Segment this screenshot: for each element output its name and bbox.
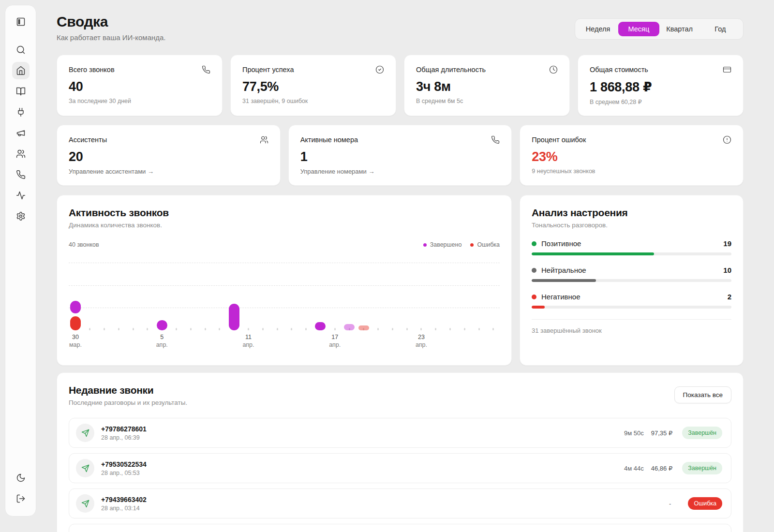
stat-sub: 31 завершён, 9 ошибок	[242, 98, 384, 104]
status-badge: Завершён	[682, 427, 722, 439]
card-title: Активные номера	[300, 136, 358, 144]
day-tick	[291, 328, 292, 330]
card-title: Процент успеха	[242, 66, 294, 74]
chart-bar	[157, 320, 167, 330]
day-tick	[305, 328, 307, 330]
day-tick	[176, 328, 177, 330]
card-title: Общая длительность	[416, 66, 486, 74]
sidebar-toggle-button[interactable]	[12, 13, 30, 30]
manage-numbers-link[interactable]: Управление номерами →	[300, 168, 500, 175]
sidebar-nav	[12, 41, 30, 225]
sentiment-footer: 31 завершённый звонок	[532, 327, 731, 334]
sidebar-item-calls[interactable]	[12, 166, 30, 183]
progress-fill	[532, 279, 596, 282]
y-axis-top-label: 40 звонков	[69, 241, 99, 248]
positive-dot-icon	[532, 241, 536, 246]
stat-card-total-duration: Общая длительность 3ч 8м В среднем 6м 5с	[404, 55, 570, 116]
chart-bar	[358, 325, 369, 330]
sidebar-item-search[interactable]	[12, 41, 30, 59]
progress-track	[532, 279, 731, 282]
call-datetime: 28 апр., 06:39	[101, 434, 147, 441]
divider	[532, 319, 731, 320]
sentiment-row-positive: Позитивное 19	[532, 239, 731, 255]
day-tick	[205, 328, 206, 330]
send-icon	[76, 494, 94, 513]
x-axis-tick-label: 5апр.	[156, 333, 168, 349]
x-axis-tick-label: 23апр.	[416, 333, 427, 349]
users-icon	[260, 135, 268, 144]
day-tick	[248, 328, 249, 330]
call-row[interactable]: +79786278601 28 апр., 06:39 9м 50с 97,35…	[69, 418, 731, 448]
phone-icon	[202, 65, 210, 74]
day-tick	[89, 328, 90, 330]
call-row[interactable]: +79530522534 28 апр., 05:53 4м 44с 46,86…	[69, 453, 731, 483]
day-tick	[147, 328, 148, 330]
call-activity-plot	[69, 249, 500, 330]
day-tick	[118, 328, 119, 330]
sidebar-item-integrations[interactable]	[12, 103, 30, 121]
progress-fill	[532, 252, 654, 255]
stat-sub: В среднем 6м 5с	[416, 98, 558, 104]
card-title: Общая стоимость	[590, 66, 648, 74]
call-duration: 4м 44с	[624, 465, 644, 472]
users-icon	[16, 149, 26, 159]
show-all-button[interactable]: Показать все	[674, 386, 731, 403]
card-title: Ассистенты	[69, 136, 107, 144]
stat-value: 3ч 8м	[416, 79, 558, 94]
card-active-numbers: Активные номера 1 Управление номерами →	[288, 125, 512, 186]
sentiment-panel: Анализ настроения Тональность разговоров…	[520, 195, 744, 366]
chart-bar	[70, 301, 81, 313]
call-row[interactable]: +79439663402 28 апр., 03:14 - Ошибка	[69, 488, 731, 518]
sidebar-item-assistants[interactable]	[12, 145, 30, 163]
sentiment-subtitle: Тональность разговоров.	[532, 222, 731, 229]
page-title: Сводка	[57, 14, 108, 30]
sidebar-item-knowledge[interactable]	[12, 83, 30, 100]
day-tick	[133, 328, 134, 330]
sentiment-row-neutral: Нейтральное 10	[532, 266, 731, 282]
alert-circle-icon	[723, 135, 731, 144]
call-price: 97,35 ₽	[651, 429, 672, 437]
sidebar-item-activity[interactable]	[12, 187, 30, 204]
call-phone: +79439663402	[101, 496, 147, 503]
tab-month[interactable]: Месяц	[618, 22, 659, 36]
stat-cards-row: Всего звонков 40 За последние 30 дней Пр…	[57, 55, 744, 114]
logout-button[interactable]	[12, 490, 30, 507]
gridline	[69, 308, 500, 308]
sidebar-item-home[interactable]	[12, 62, 30, 79]
chart-subtitle: Динамика количества звонков.	[69, 222, 500, 229]
call-activity-panel: Активность звонков Динамика количества з…	[57, 195, 512, 366]
day-tick	[435, 328, 436, 330]
call-phone: +79786278601	[101, 425, 147, 433]
call-row-partial	[69, 524, 731, 532]
status-badge: Завершён	[682, 462, 722, 474]
chart-bar	[315, 322, 326, 330]
gridline	[69, 263, 500, 263]
day-tick	[392, 328, 393, 330]
day-tick	[478, 328, 480, 330]
check-circle-icon	[375, 65, 384, 74]
recent-calls-panel: Недавние звонки Последние разговоры и их…	[57, 372, 744, 532]
manage-assistants-link[interactable]: Управление ассистентами →	[69, 168, 268, 175]
recent-calls-title: Недавние звонки	[69, 384, 731, 396]
sidebar-item-settings[interactable]	[12, 207, 30, 225]
card-title: Процент ошибок	[532, 136, 586, 144]
legend-dot-icon	[423, 243, 427, 247]
tab-week[interactable]: Неделя	[578, 22, 618, 36]
progress-track	[532, 252, 731, 255]
sidebar-bottom	[12, 469, 30, 507]
sidebar-item-campaigns[interactable]	[12, 124, 30, 142]
tab-quarter[interactable]: Квартал	[659, 22, 700, 36]
stat-card-total-cost: Общая стоимость 1 868,88 ₽ В среднем 60,…	[578, 55, 744, 116]
day-tick	[104, 328, 105, 330]
day-tick	[262, 328, 264, 330]
theme-toggle-button[interactable]	[12, 469, 30, 487]
call-datetime: 28 апр., 03:14	[101, 505, 147, 512]
tab-year[interactable]: Год	[700, 22, 741, 36]
stat-sub: За последние 30 дней	[69, 98, 210, 104]
sidebar	[5, 5, 36, 517]
stat-value: 1	[300, 149, 500, 164]
chart-title: Активность звонков	[69, 207, 500, 219]
x-axis-tick-label: 17апр.	[329, 333, 341, 349]
stat-sub: В среднем 60,28 ₽	[590, 98, 731, 105]
sentiment-label: Нейтральное	[541, 266, 586, 274]
